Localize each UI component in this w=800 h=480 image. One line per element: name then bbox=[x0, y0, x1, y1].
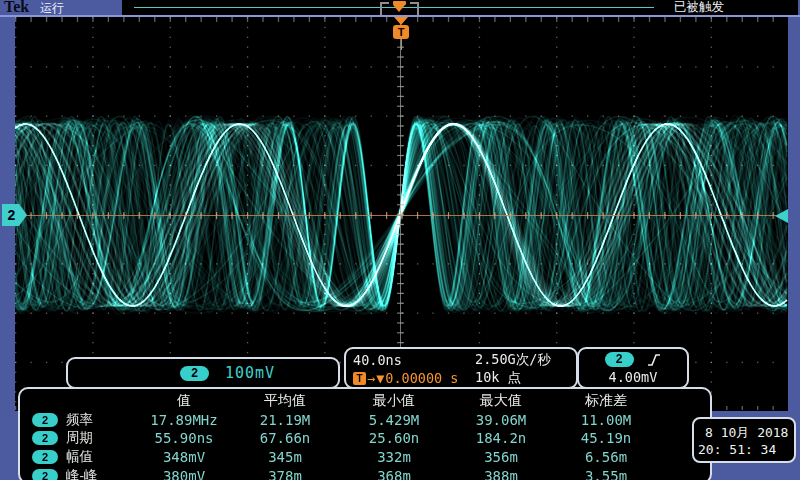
source-badge: 2 bbox=[32, 469, 58, 480]
measurement-value: 17.89MHz bbox=[136, 412, 232, 428]
trigger-marker-stem bbox=[401, 39, 402, 50]
measurement-value: 332m bbox=[338, 449, 450, 465]
trigger-position-marker[interactable]: T bbox=[393, 17, 409, 50]
top-status-bar: Tek 运行 已被触发 bbox=[0, 0, 800, 15]
measurement-value: 356m bbox=[450, 449, 552, 465]
column-header: 值 bbox=[136, 392, 232, 410]
measurement-value: 39.06M bbox=[450, 412, 552, 428]
measurement-row-label[interactable]: 2 幅值 bbox=[32, 448, 136, 466]
triangle-down-icon: ▼ bbox=[376, 370, 384, 386]
source-badge: 2 bbox=[32, 413, 58, 427]
measurement-name: 周期 bbox=[66, 429, 93, 447]
channel2-scale: 100mV bbox=[225, 364, 275, 382]
trigger-t-badge-icon: T bbox=[353, 372, 366, 385]
measurement-value: 345m bbox=[232, 449, 338, 465]
horizontal-readout-box[interactable]: 40.0ns 2.50G次/秒 T→▼0.00000 s 10k 点 bbox=[344, 347, 578, 389]
trigger-position-value: 0.00000 s bbox=[385, 370, 458, 386]
measurement-value: 11.00M bbox=[552, 412, 660, 428]
time-label: 20: 51: 34 bbox=[698, 442, 794, 457]
measurement-value: 388m bbox=[450, 468, 552, 480]
measurement-value: 5.429M bbox=[338, 412, 450, 428]
source-badge: 2 bbox=[32, 450, 58, 464]
trigger-level-arrow-icon[interactable] bbox=[775, 209, 788, 223]
measurement-value: 3.55m bbox=[552, 468, 660, 480]
measurement-value: 67.66n bbox=[232, 430, 338, 446]
measurement-value: 45.19n bbox=[552, 430, 660, 446]
trigger-source-badge: 2 bbox=[605, 352, 634, 367]
measurement-row-label[interactable]: 2 频率 bbox=[32, 411, 136, 429]
column-header: 最小值 bbox=[338, 392, 450, 410]
column-header: 标准差 bbox=[552, 392, 660, 410]
channel2-badge: 2 bbox=[180, 366, 209, 381]
measurement-panel: 值 平均值 最小值 最大值 标准差 2 频率 17.89MHz 21.19M 5… bbox=[18, 387, 712, 480]
measurement-row-label[interactable]: 2 峰-峰 bbox=[32, 467, 136, 480]
topbar-separator bbox=[0, 15, 800, 17]
column-header: 最大值 bbox=[450, 392, 552, 410]
tek-logo: Tek bbox=[4, 0, 29, 16]
trigger-position-readout: T→▼0.00000 s bbox=[353, 370, 475, 386]
measurement-value: 21.19M bbox=[232, 412, 338, 428]
measurement-value: 380mV bbox=[136, 468, 232, 480]
measurement-value: 348mV bbox=[136, 449, 232, 465]
measurement-name: 幅值 bbox=[66, 448, 93, 466]
record-length: 10k 点 bbox=[475, 369, 576, 387]
date-label: 8 10月 2018 bbox=[698, 424, 794, 442]
trigger-t-icon: T bbox=[393, 25, 409, 39]
arrow-right-icon: → bbox=[367, 370, 375, 386]
oscilloscope-screen: Tek 运行 已被触发 T 2 2 100mV 40.0ns 2.50G次/秒 … bbox=[0, 0, 800, 480]
record-trigger-marker-icon[interactable] bbox=[393, 1, 406, 12]
rising-edge-icon bbox=[646, 352, 662, 368]
measurement-name: 频率 bbox=[66, 411, 93, 429]
trigger-level: 4.00mV bbox=[609, 369, 658, 385]
measurement-value: 184.2n bbox=[450, 430, 552, 446]
measurement-value: 55.90ns bbox=[136, 430, 232, 446]
column-header: 平均值 bbox=[232, 392, 338, 410]
measurement-value: 25.60n bbox=[338, 430, 450, 446]
measurement-value: 6.56m bbox=[552, 449, 660, 465]
source-badge: 2 bbox=[32, 431, 58, 445]
record-view-strip[interactable] bbox=[122, 0, 668, 15]
channel2-readout-box[interactable]: 2 100mV bbox=[66, 357, 340, 389]
trigger-arrow-icon bbox=[394, 17, 408, 25]
sample-rate: 2.50G次/秒 bbox=[475, 351, 576, 369]
datetime-box: 8 10月 2018 20: 51: 34 bbox=[692, 417, 796, 463]
trigger-readout-box[interactable]: 2 4.00mV bbox=[577, 347, 689, 389]
measurement-value: 378m bbox=[232, 468, 338, 480]
trigger-status: 已被触发 bbox=[668, 0, 798, 15]
measurement-value: 368m bbox=[338, 468, 450, 480]
measurement-row-label[interactable]: 2 周期 bbox=[32, 429, 136, 447]
time-per-div: 40.0ns bbox=[353, 352, 475, 368]
measurement-name: 峰-峰 bbox=[66, 467, 98, 480]
